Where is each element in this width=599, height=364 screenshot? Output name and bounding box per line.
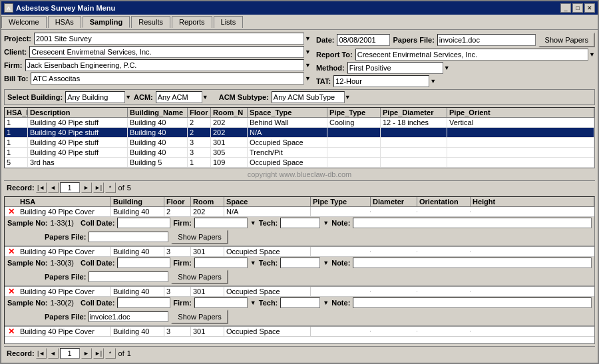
firm-dropdown-3[interactable]: ▼ [250, 299, 256, 306]
table-row[interactable]: 1 Building 40 Pipe stuff Building 40 2 2… [5, 118, 594, 128]
acm-input[interactable] [156, 91, 202, 103]
form-right: Date: Papers File: Show Papers Report To… [316, 33, 595, 87]
last-record-btn[interactable]: ►| [93, 182, 104, 193]
project-input[interactable] [34, 33, 304, 45]
building-dropdown-icon[interactable]: ▼ [125, 94, 131, 100]
sample-col-hsa: HSA [18, 197, 111, 206]
cell-pipe-type [327, 138, 381, 147]
project-dropdown[interactable]: ▼ [305, 35, 311, 42]
tab-results[interactable]: Results [131, 16, 170, 28]
firm-dropdown-1[interactable]: ▼ [250, 220, 256, 226]
tech-input-1[interactable] [280, 218, 320, 228]
tech-input-3[interactable] [280, 297, 320, 308]
firm-input-3[interactable] [194, 297, 248, 308]
current-record-input[interactable] [60, 182, 80, 193]
next-record-btn[interactable]: ► [81, 182, 92, 193]
bottom-new-btn[interactable]: * [105, 348, 116, 359]
method-dropdown[interactable]: ▼ [444, 65, 450, 71]
method-row: Method: ▼ [316, 62, 595, 74]
sample-hsa-1: Building 40 Pipe Cover [18, 207, 111, 216]
table-row[interactable]: 1 Building 40 Pipe stuff Building 40 3 3… [5, 138, 594, 148]
firm-input-1[interactable] [194, 218, 248, 228]
acm-dropdown-icon[interactable]: ▼ [202, 94, 208, 100]
client-dropdown[interactable]: ▼ [305, 49, 311, 55]
sample-data-row-1: ✕ Building 40 Pipe Cover Building 40 2 2… [5, 207, 594, 217]
bottom-current-input[interactable] [60, 348, 80, 359]
firm-label-1: Firm: [173, 219, 192, 227]
client-label: Client: [4, 48, 27, 56]
bottom-prev-btn[interactable]: ◄ [48, 348, 59, 359]
tab-lists[interactable]: Lists [214, 16, 244, 28]
table-row[interactable]: 1 Building 40 Pipe stuff Building 40 2 2… [5, 128, 594, 138]
prev-record-btn[interactable]: ◄ [48, 182, 59, 193]
delete-btn-1[interactable]: ✕ [5, 207, 18, 216]
tab-hsas[interactable]: HSAs [48, 16, 81, 28]
acm-subtype-input[interactable] [272, 91, 345, 103]
tech-dropdown-3[interactable]: ▼ [323, 299, 329, 306]
select-building-input[interactable] [65, 91, 125, 103]
col-pipe-orient: Pipe_Orient [447, 108, 594, 117]
report-to-dropdown[interactable]: ▼ [589, 51, 595, 58]
method-input[interactable] [347, 62, 443, 74]
note-input-2[interactable] [353, 258, 592, 268]
cell-hsa-id: 1 [5, 118, 28, 127]
coll-date-input-1[interactable] [117, 218, 170, 228]
bottom-last-btn[interactable]: ►| [93, 348, 104, 359]
papers-file-input-3[interactable] [89, 311, 168, 322]
tab-reports[interactable]: Reports [172, 16, 212, 28]
sample-building-3: Building 40 [111, 287, 164, 296]
client-input[interactable] [29, 46, 304, 58]
upper-nav-label: Record: [7, 184, 35, 192]
firm-label-2: Firm: [173, 259, 192, 267]
firm-input[interactable] [25, 59, 305, 71]
show-papers-btn-1[interactable]: Show Papers [171, 230, 228, 244]
tab-welcome[interactable]: Welcome [1, 16, 47, 28]
tech-dropdown-1[interactable]: ▼ [323, 220, 329, 226]
tat-dropdown[interactable]: ▼ [430, 78, 436, 85]
note-input-1[interactable] [353, 218, 592, 228]
bill-dropdown[interactable]: ▼ [305, 75, 311, 82]
spacer-col [5, 197, 18, 206]
tech-dropdown-2[interactable]: ▼ [323, 260, 329, 266]
acm-subtype-dropdown-icon[interactable]: ▼ [345, 94, 351, 100]
tech-input-2[interactable] [280, 258, 320, 268]
new-record-btn[interactable]: * [105, 182, 116, 193]
close-button[interactable]: ✕ [584, 3, 595, 13]
date-input[interactable] [337, 34, 390, 46]
papers-file-input-1[interactable] [89, 232, 168, 242]
col-room-n: Room_N [211, 108, 248, 117]
sample-space-1: N/A [224, 207, 311, 216]
cell-room: 301 [211, 138, 248, 147]
first-record-btn[interactable]: |◄ [36, 182, 47, 193]
note-input-3[interactable] [353, 297, 592, 308]
table-row[interactable]: 5 3rd has Building 5 1 109 Occupied Spac… [5, 158, 594, 168]
firm-input-2[interactable] [194, 258, 248, 268]
sample-data-row-4: ✕ Building 40 Pipe Cover Building 40 3 3… [5, 327, 594, 337]
tat-input[interactable] [333, 75, 429, 87]
report-to-input[interactable] [355, 49, 588, 61]
papers-file-input[interactable] [437, 34, 536, 46]
sample-diameter-2 [371, 251, 417, 252]
minimize-button[interactable]: _ [560, 3, 571, 13]
delete-btn-3[interactable]: ✕ [5, 287, 18, 296]
cell-pipe-diam [381, 158, 447, 167]
coll-date-input-3[interactable] [117, 297, 170, 308]
sample-no-label-1: Sample No: [7, 219, 48, 227]
bottom-next-btn[interactable]: ► [81, 348, 92, 359]
table-row[interactable]: 1 Building 40 Pipe stuff Building 40 3 3… [5, 148, 594, 158]
bill-input[interactable] [31, 73, 304, 85]
show-papers-button-top[interactable]: Show Papers [538, 33, 595, 47]
papers-file-input-2[interactable] [89, 272, 168, 282]
coll-date-input-2[interactable] [117, 258, 170, 268]
bottom-first-btn[interactable]: |◄ [36, 348, 47, 359]
delete-btn-4[interactable]: ✕ [5, 327, 18, 336]
show-papers-btn-3[interactable]: Show Papers [171, 309, 228, 324]
sample-no-value-2: 1-30(3) [51, 259, 74, 267]
delete-btn-2[interactable]: ✕ [5, 247, 18, 256]
maximize-button[interactable]: □ [572, 3, 583, 13]
sample-height-2 [471, 251, 594, 252]
firm-dropdown[interactable]: ▼ [305, 62, 311, 69]
show-papers-btn-2[interactable]: Show Papers [171, 270, 228, 284]
tab-sampling[interactable]: Sampling [83, 16, 130, 28]
firm-dropdown-2[interactable]: ▼ [250, 260, 256, 266]
